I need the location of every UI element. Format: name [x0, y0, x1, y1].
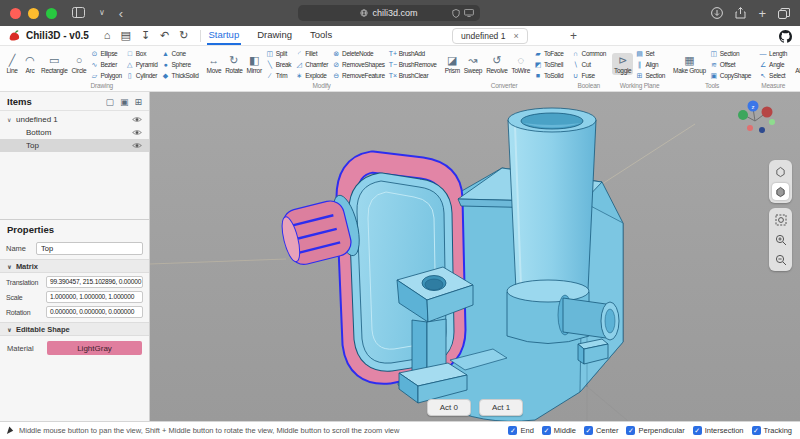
shape-section-header[interactable]: ∨ Editable Shape	[0, 322, 149, 336]
ribbon-button-explode[interactable]: ∗Explode	[294, 70, 329, 80]
ribbon-button-brushremove[interactable]: T−BrushRemove	[388, 59, 438, 69]
ribbon-button-circle[interactable]: ○Circle	[70, 53, 89, 75]
tab-startup[interactable]: Startup	[207, 26, 242, 45]
wireframe-mode-button[interactable]	[772, 163, 789, 180]
ribbon-button-ellipse[interactable]: ⊙Ellipse	[89, 48, 122, 58]
ribbon-button-sphere[interactable]: ●Sphere	[161, 59, 200, 69]
tree-item-top[interactable]: Top	[0, 139, 149, 152]
undo-icon[interactable]: ↶	[160, 30, 169, 41]
ribbon-button-box[interactable]: □Box	[125, 48, 159, 58]
ribbon-button-line[interactable]: ╱Line	[3, 53, 21, 75]
tree-caret-icon[interactable]: ∨	[7, 116, 16, 123]
close-icon[interactable]: ×	[513, 31, 518, 41]
navigation-gizmo[interactable]: z	[738, 101, 775, 134]
tree-item-undefined-1[interactable]: ∨undefined 1	[0, 113, 149, 126]
close-window-button[interactable]	[10, 8, 21, 19]
zoom-in-button[interactable]	[772, 231, 789, 248]
ribbon-button-deletenode[interactable]: ⊗DeleteNode	[331, 48, 386, 58]
scale-value[interactable]: 1.000000, 1.000000, 1.000000	[46, 291, 143, 303]
snap-toggle-center[interactable]: ✓Center	[584, 426, 619, 435]
download-icon[interactable]: ↧	[141, 30, 150, 41]
clone-icon[interactable]: ▣	[120, 97, 129, 107]
ribbon-button-aligncamera[interactable]: ◎AlignCamera	[793, 53, 800, 75]
chevron-down-icon[interactable]: ∨	[99, 9, 105, 17]
ribbon-button-towire[interactable]: ◌ToWire	[510, 53, 532, 75]
ribbon-button-prism[interactable]: ◪Prism	[443, 53, 462, 75]
new-tab-icon[interactable]: +	[758, 6, 766, 21]
snap-toggle-perpendicular[interactable]: ✓Perpendicular	[626, 426, 684, 435]
ribbon-button-brushadd[interactable]: T+BrushAdd	[388, 48, 438, 58]
viewport-3d[interactable]: z	[150, 92, 800, 421]
viewport-3d-model[interactable]: z	[150, 92, 800, 421]
ribbon-button-cone[interactable]: ▲Cone	[161, 48, 200, 58]
display-icon[interactable]	[464, 9, 474, 17]
ribbon-button-toshell[interactable]: ◩ToShell	[533, 59, 565, 69]
new-document-button[interactable]: +	[570, 29, 577, 43]
ribbon-button-angle[interactable]: ∠Angle	[758, 59, 788, 69]
pump-model[interactable]	[277, 108, 623, 421]
act-button-act-1[interactable]: Act 1	[479, 399, 523, 416]
zoom-fit-button[interactable]	[772, 211, 789, 228]
ribbon-button-toggle[interactable]: ⊳Toggle	[612, 53, 633, 75]
ribbon-button-rotate[interactable]: ↻Rotate	[223, 53, 244, 75]
ribbon-button-section[interactable]: ◫Section	[709, 48, 752, 58]
downloads-icon[interactable]	[711, 7, 723, 19]
ribbon-button-bezier[interactable]: ∿Bezier	[89, 59, 122, 69]
ribbon-button-pyramid[interactable]: △Pyramid	[125, 59, 159, 69]
ribbon-button-move[interactable]: ↔Move	[205, 53, 224, 75]
ribbon-button-tosolid[interactable]: ■ToSolid	[533, 70, 565, 80]
shaded-mode-button[interactable]	[772, 183, 789, 200]
github-icon[interactable]	[779, 29, 792, 47]
zoom-out-button[interactable]	[772, 251, 789, 268]
ribbon-button-brushclear[interactable]: T×BrushClear	[388, 70, 438, 80]
home-icon[interactable]: ⌂	[104, 30, 111, 41]
ribbon-button-offset[interactable]: ≋Offset	[709, 59, 752, 69]
add-node-icon[interactable]: ⊞	[134, 97, 142, 107]
checkbox-checked-icon[interactable]: ✓	[626, 426, 635, 435]
redo-icon[interactable]: ↻	[179, 30, 188, 41]
checkbox-checked-icon[interactable]: ✓	[508, 426, 517, 435]
ribbon-button-polygon[interactable]: ▱Polygon	[89, 70, 122, 80]
snap-toggle-middle[interactable]: ✓Middle	[542, 426, 576, 435]
ribbon-button-length[interactable]: —Length	[758, 48, 788, 58]
tab-overview-icon[interactable]	[778, 8, 790, 19]
tab-tools[interactable]: Tools	[308, 26, 334, 45]
ribbon-button-fuse[interactable]: ∪Fuse	[571, 70, 608, 80]
snap-toggle-intersection[interactable]: ✓Intersection	[693, 426, 744, 435]
visibility-eye-icon[interactable]	[132, 129, 142, 136]
ribbon-button-thicksolid[interactable]: ◆ThickSolid	[161, 70, 200, 80]
ribbon-button-cylinder[interactable]: ▯Cylinder	[125, 70, 159, 80]
ribbon-button-sectionwp[interactable]: ⊞Section	[634, 70, 666, 80]
visibility-eye-icon[interactable]	[132, 116, 142, 123]
tab-drawing[interactable]: Drawing	[255, 26, 294, 45]
ribbon-button-arc[interactable]: ◠Arc	[21, 53, 39, 75]
act-button-act-0[interactable]: Act 0	[427, 399, 471, 416]
ribbon-button-copyshape[interactable]: ▣CopyShape	[709, 70, 752, 80]
ribbon-button-makegroup[interactable]: ▦Make Group	[671, 53, 708, 75]
snap-toggle-tracking[interactable]: ✓Tracking	[752, 426, 792, 435]
ribbon-button-fillet[interactable]: ◜Fillet	[294, 48, 329, 58]
ribbon-button-removeshapes[interactable]: ⊘RemoveShapes	[331, 59, 386, 69]
ribbon-button-trim[interactable]: ∕Trim	[265, 70, 292, 80]
ribbon-button-rectangle[interactable]: ▭Rectangle	[39, 53, 70, 75]
ribbon-button-common[interactable]: ∩Common	[571, 48, 608, 58]
ribbon-button-chamfer[interactable]: ◿Chamfer	[294, 59, 329, 69]
ribbon-button-toface[interactable]: ▰ToFace	[533, 48, 565, 58]
translation-value[interactable]: 99.390457, 215.102896, 0.00000	[46, 276, 143, 288]
sidebar-toggle-icon[interactable]	[72, 7, 85, 20]
ribbon-button-mirror[interactable]: ◧Mirror	[245, 53, 264, 75]
zoom-window-button[interactable]	[46, 8, 57, 19]
material-button[interactable]: LightGray	[47, 341, 142, 355]
snap-toggle-end[interactable]: ✓End	[508, 426, 533, 435]
address-bar[interactable]: chili3d.com	[298, 5, 480, 21]
matrix-section-header[interactable]: ∨ Matrix	[0, 259, 149, 273]
tree-item-bottom[interactable]: Bottom	[0, 126, 149, 139]
checkbox-checked-icon[interactable]: ✓	[584, 426, 593, 435]
shield-icon[interactable]	[452, 9, 460, 18]
share-icon[interactable]	[735, 7, 746, 19]
capture-icon[interactable]: ▢	[105, 97, 114, 107]
document-tab[interactable]: undefined 1 ×	[452, 28, 528, 44]
rotation-value[interactable]: 0.000000, 0.000000, 0.000000	[46, 306, 143, 318]
visibility-eye-icon[interactable]	[132, 142, 142, 149]
ribbon-button-revolve[interactable]: ↺Revolve	[484, 53, 509, 75]
